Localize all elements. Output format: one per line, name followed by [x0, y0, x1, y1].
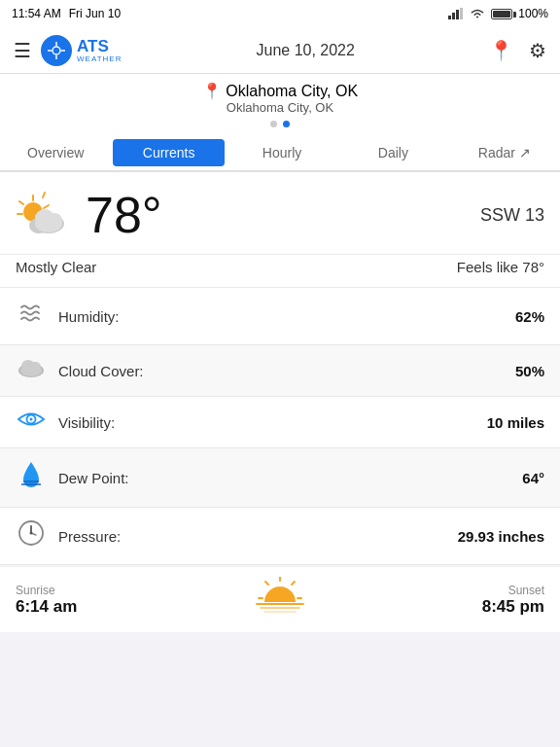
humidity-label: Humidity: [58, 308, 504, 325]
wind-speed-value: 13 [525, 205, 544, 225]
sunset-section: Sunset 8:45 pm [482, 584, 544, 617]
visibility-icon [16, 409, 47, 436]
svg-rect-3 [460, 8, 463, 19]
svg-line-36 [265, 582, 268, 585]
status-time-area: 11:54 AM Fri Jun 10 [12, 7, 121, 20]
sunrise-time: 6:14 am [16, 597, 77, 617]
page-dots [0, 121, 560, 131]
svg-rect-1 [452, 13, 455, 19]
dew-point-value: 64° [522, 470, 544, 486]
sunset-label: Sunset [482, 584, 544, 597]
dew-point-icon [16, 460, 47, 495]
cloud-cover-icon [16, 357, 47, 384]
svg-line-14 [44, 205, 49, 208]
logo-text-block: ATS WEATHER [77, 38, 122, 63]
humidity-value: 62% [515, 308, 544, 325]
svg-line-12 [19, 201, 23, 204]
visibility-label: Visibility: [58, 414, 475, 431]
cloud-cover-label: Cloud Cover: [58, 363, 504, 379]
temperature-display: 78° [86, 186, 162, 244]
visibility-row: Visibility: 10 miles [0, 397, 560, 448]
dot-2[interactable] [283, 121, 290, 127]
svg-line-35 [292, 582, 295, 585]
status-icons: 100% [448, 7, 548, 20]
location-banner: 📍 Oklahoma City, OK Oklahoma City, OK [0, 74, 560, 135]
battery-icon [491, 9, 512, 19]
tab-overview[interactable]: Overview [0, 135, 111, 170]
sunrise-icon [255, 577, 305, 622]
feels-like-text: Feels like 78° [457, 259, 544, 275]
dot-1[interactable] [270, 121, 277, 127]
logo-icon [47, 41, 66, 60]
pressure-label: Pressure: [58, 528, 446, 545]
location-name: Oklahoma City, OK [226, 83, 358, 99]
location-name-row: 📍 Oklahoma City, OK [0, 82, 560, 100]
svg-point-20 [35, 215, 62, 232]
wind-display: SSW 13 [480, 205, 544, 226]
weather-main: 78° SSW 13 [0, 172, 560, 255]
weather-condition-icon [16, 191, 74, 239]
svg-rect-0 [448, 16, 451, 19]
top-nav: ☰ ATS WEATHER June 10, 2022 📍 ⚙ [0, 27, 560, 74]
visibility-value: 10 miles [487, 414, 544, 431]
dew-point-label: Dew Point: [58, 470, 510, 486]
dew-point-row: Dew Point: 64° [0, 448, 560, 508]
status-time: 11:54 AM [12, 7, 61, 20]
tab-hourly[interactable]: Hourly [227, 135, 337, 170]
nav-date: June 10, 2022 [256, 42, 354, 59]
cloud-cover-value: 50% [515, 363, 544, 379]
logo: ATS WEATHER [41, 35, 122, 66]
menu-button[interactable]: ☰ [14, 39, 31, 62]
tab-daily[interactable]: Daily [337, 135, 448, 170]
nav-right-icons: 📍 ⚙ [489, 39, 546, 62]
sunrise-section: Sunrise 6:14 am [16, 584, 77, 617]
svg-point-27 [30, 418, 33, 421]
humidity-icon [16, 300, 47, 333]
svg-line-11 [43, 193, 45, 197]
data-rows: Humidity: 62% Cloud Cover: 50% Visibilit… [0, 288, 560, 565]
weather-desc-row: Mostly Clear Feels like 78° [0, 255, 560, 288]
nav-left: ☰ ATS WEATHER [14, 35, 122, 66]
sun-times-row: Sunrise 6:14 am Sunset 8:45 pm [0, 567, 560, 632]
svg-point-33 [30, 532, 33, 535]
tab-bar: Overview Currents Hourly Daily Radar ↗ [0, 135, 560, 172]
status-bar: 11:54 AM Fri Jun 10 100% [0, 0, 560, 27]
location-sub: Oklahoma City, OK [0, 100, 560, 115]
cloud-cover-row: Cloud Cover: 50% [0, 345, 560, 397]
location-button[interactable]: 📍 [489, 39, 513, 62]
logo-name: ATS [77, 38, 122, 54]
wind-direction: SSW [480, 205, 520, 225]
pressure-icon [16, 519, 47, 552]
svg-rect-2 [456, 10, 459, 19]
wifi-icon [470, 8, 485, 19]
status-day: Fri Jun 10 [69, 7, 121, 20]
sunrise-label: Sunrise [16, 584, 77, 597]
weather-condition-text: Mostly Clear [16, 259, 96, 275]
settings-button[interactable]: ⚙ [529, 39, 546, 62]
pressure-row: Pressure: 29.93 inches [0, 508, 560, 565]
pressure-value: 29.93 inches [458, 528, 544, 545]
sunset-time: 8:45 pm [482, 597, 544, 617]
battery-percent: 100% [518, 7, 548, 20]
tab-currents[interactable]: Currents [113, 139, 224, 166]
tab-radar[interactable]: Radar ↗ [449, 135, 560, 170]
location-pin: 📍 [202, 83, 226, 99]
logo-subtitle: WEATHER [77, 54, 122, 63]
logo-circle [41, 35, 72, 66]
signal-icon [448, 8, 464, 19]
svg-point-25 [20, 365, 42, 376]
temp-section: 78° [16, 186, 162, 244]
humidity-row: Humidity: 62% [0, 288, 560, 345]
